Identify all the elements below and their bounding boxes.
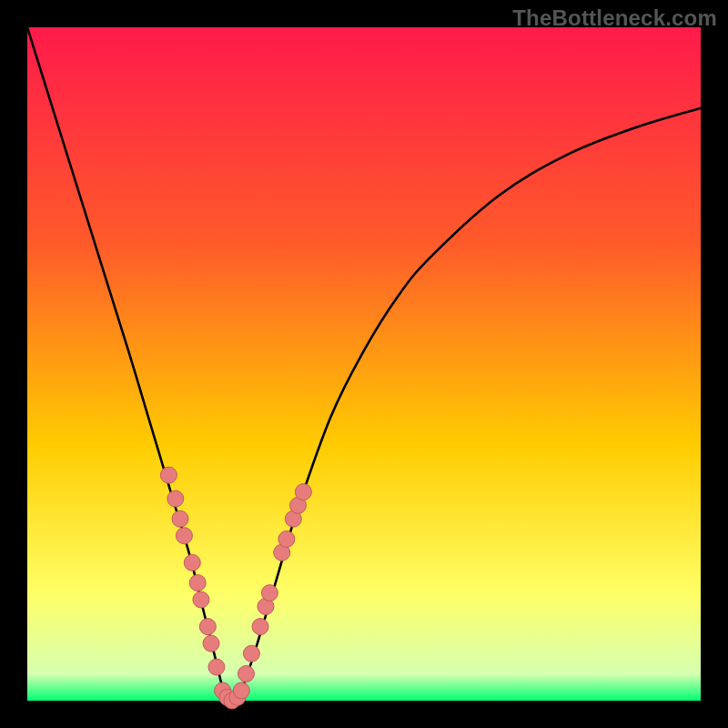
highlight-dot bbox=[199, 619, 216, 635]
highlight-dot bbox=[208, 659, 225, 675]
gradient-background bbox=[27, 27, 701, 701]
highlight-dot bbox=[184, 554, 200, 571]
highlight-dot bbox=[160, 467, 177, 483]
highlight-dot bbox=[193, 592, 209, 608]
highlight-dot bbox=[233, 682, 249, 699]
highlight-dot bbox=[172, 511, 188, 527]
highlight-dot bbox=[238, 665, 255, 682]
chart-svg bbox=[0, 0, 728, 728]
highlight-dot bbox=[243, 645, 259, 662]
highlight-dot bbox=[252, 619, 268, 635]
highlight-dot bbox=[176, 528, 192, 544]
chart-canvas: TheBottleneck.com bbox=[0, 0, 728, 728]
highlight-dot bbox=[261, 585, 278, 602]
highlight-dot bbox=[278, 531, 295, 547]
highlight-dot bbox=[167, 490, 184, 507]
highlight-dot bbox=[203, 635, 219, 652]
watermark-text: TheBottleneck.com bbox=[512, 5, 717, 31]
highlight-dot bbox=[189, 575, 206, 592]
highlight-dot bbox=[295, 484, 311, 500]
